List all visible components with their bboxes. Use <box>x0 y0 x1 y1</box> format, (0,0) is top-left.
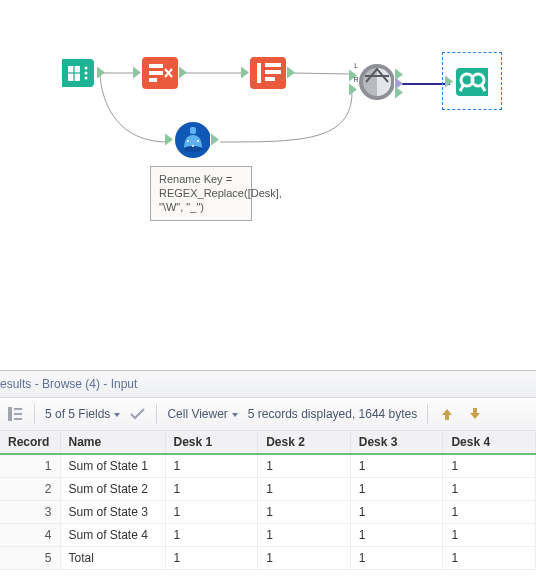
col-desk2[interactable]: Desk 2 <box>258 431 351 454</box>
cell-d4: 1 <box>443 524 536 547</box>
cell-d2: 1 <box>258 478 351 501</box>
svg-point-3 <box>85 67 88 70</box>
svg-rect-9 <box>149 78 157 82</box>
results-table[interactable]: Record Name Desk 1 Desk 2 Desk 3 Desk 4 … <box>0 431 536 570</box>
cell-d3: 1 <box>350 547 443 570</box>
svg-rect-23 <box>190 127 196 134</box>
svg-point-4 <box>85 72 88 75</box>
move-up-button[interactable] <box>438 405 456 423</box>
cell-name: Total <box>60 547 165 570</box>
svg-rect-14 <box>265 77 275 81</box>
cell-d1: 1 <box>165 501 258 524</box>
svg-rect-7 <box>149 64 163 68</box>
svg-point-26 <box>192 145 194 147</box>
svg-rect-8 <box>149 71 163 75</box>
table-row[interactable]: 5Total1111 <box>0 547 536 570</box>
col-desk3[interactable]: Desk 3 <box>350 431 443 454</box>
join-L-port-label: L <box>349 61 363 68</box>
formula-annotation: Rename Key = REGEX_Replace([Desk], "\W",… <box>150 166 252 221</box>
join-tool[interactable]: L R <box>358 64 394 100</box>
cell-name: Sum of State 2 <box>60 478 165 501</box>
svg-rect-30 <box>14 418 22 420</box>
cell-d1: 1 <box>165 454 258 478</box>
cell-record: 5 <box>0 547 60 570</box>
table-row[interactable]: 4Sum of State 41111 <box>0 524 536 547</box>
table-header-row: Record Name Desk 1 Desk 2 Desk 3 Desk 4 <box>0 431 536 454</box>
input-data-tool[interactable] <box>60 55 96 91</box>
browse-tool[interactable] <box>454 64 490 100</box>
actions-menu-icon[interactable] <box>6 405 24 423</box>
svg-rect-11 <box>257 63 261 83</box>
cell-d4: 1 <box>443 501 536 524</box>
fields-summary-text: 5 of 5 Fields <box>45 407 110 421</box>
table-row[interactable]: 1Sum of State 11111 <box>0 454 536 478</box>
col-desk1[interactable]: Desk 1 <box>165 431 258 454</box>
cell-viewer-label: Cell Viewer <box>167 407 227 421</box>
check-icon <box>130 408 146 420</box>
records-summary: 5 records displayed, 1644 bytes <box>248 407 417 421</box>
cell-record: 4 <box>0 524 60 547</box>
cell-d2: 1 <box>258 524 351 547</box>
cell-d4: 1 <box>443 454 536 478</box>
workflow-canvas[interactable]: L R Rename Key = REGEX_Replace([Desk], <box>0 0 536 370</box>
fields-summary[interactable]: 5 of 5 Fields <box>45 407 120 421</box>
cell-name: Sum of State 4 <box>60 524 165 547</box>
chevron-down-icon <box>232 413 238 417</box>
cell-d3: 1 <box>350 454 443 478</box>
cell-d1: 1 <box>165 547 258 570</box>
svg-rect-12 <box>265 63 281 67</box>
results-panel: esults - Browse (4) - Input 5 of 5 Field… <box>0 370 536 570</box>
cell-viewer-dropdown[interactable]: Cell Viewer <box>167 407 237 421</box>
svg-rect-13 <box>265 70 281 74</box>
svg-rect-27 <box>8 407 12 421</box>
results-toolbar: 5 of 5 Fields Cell Viewer 5 records disp… <box>0 398 536 431</box>
col-record[interactable]: Record <box>0 431 60 454</box>
cell-d2: 1 <box>258 547 351 570</box>
cell-d4: 1 <box>443 547 536 570</box>
cell-d2: 1 <box>258 454 351 478</box>
select-tool[interactable] <box>142 55 178 91</box>
svg-point-5 <box>85 77 88 80</box>
cell-d1: 1 <box>165 524 258 547</box>
join-R-port-label: R <box>349 75 363 82</box>
results-panel-title: esults - Browse (4) - Input <box>0 371 536 398</box>
cell-record: 2 <box>0 478 60 501</box>
cell-d2: 1 <box>258 501 351 524</box>
cell-d4: 1 <box>443 478 536 501</box>
table-row[interactable]: 3Sum of State 31111 <box>0 501 536 524</box>
cell-d1: 1 <box>165 478 258 501</box>
cell-name: Sum of State 1 <box>60 454 165 478</box>
col-name[interactable]: Name <box>60 431 165 454</box>
svg-rect-29 <box>14 413 22 415</box>
table-row[interactable]: 2Sum of State 21111 <box>0 478 536 501</box>
svg-rect-28 <box>14 408 22 410</box>
cell-record: 1 <box>0 454 60 478</box>
chevron-down-icon <box>114 413 120 417</box>
cell-d3: 1 <box>350 478 443 501</box>
formula-tool[interactable] <box>174 122 210 158</box>
crosstab-tool[interactable] <box>250 55 286 91</box>
cell-record: 3 <box>0 501 60 524</box>
svg-point-25 <box>197 140 199 142</box>
move-down-button[interactable] <box>466 405 484 423</box>
svg-point-24 <box>187 140 189 142</box>
col-desk4[interactable]: Desk 4 <box>443 431 536 454</box>
cell-d3: 1 <box>350 501 443 524</box>
cell-name: Sum of State 3 <box>60 501 165 524</box>
cell-d3: 1 <box>350 524 443 547</box>
